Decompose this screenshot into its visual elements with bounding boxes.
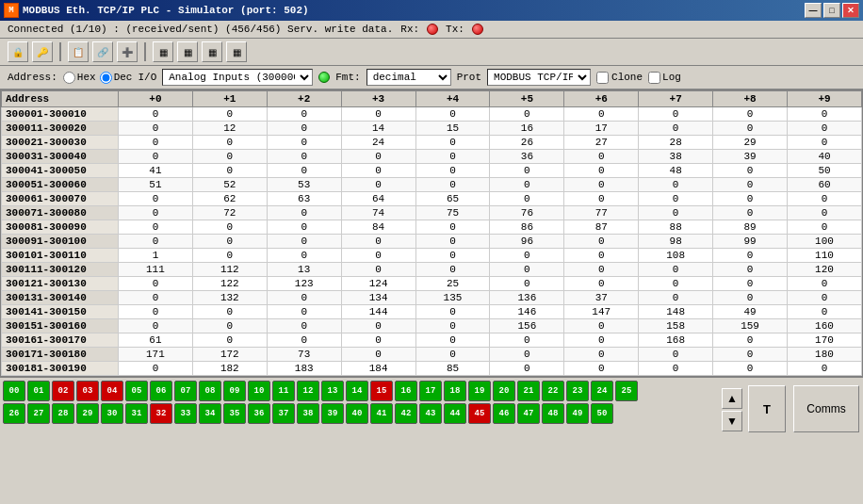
value-cell[interactable]: 0 xyxy=(639,107,713,122)
minimize-button[interactable]: — xyxy=(805,3,822,18)
grid-cell[interactable]: 23 xyxy=(566,381,589,401)
value-cell[interactable]: 17 xyxy=(564,122,639,136)
grid-cell[interactable]: 36 xyxy=(248,403,270,424)
value-cell[interactable]: 64 xyxy=(341,192,415,206)
value-cell[interactable]: 0 xyxy=(490,249,564,263)
value-cell[interactable]: 0 xyxy=(639,348,713,362)
value-cell[interactable]: 41 xyxy=(118,164,192,178)
value-cell[interactable]: 134 xyxy=(341,291,415,305)
grid-cell[interactable]: 04 xyxy=(101,381,123,401)
value-cell[interactable]: 0 xyxy=(118,206,192,220)
value-cell[interactable]: 0 xyxy=(415,235,490,249)
value-cell[interactable]: 48 xyxy=(639,164,713,178)
value-cell[interactable]: 0 xyxy=(415,178,490,192)
grid-cell[interactable]: 50 xyxy=(591,403,613,424)
value-cell[interactable]: 25 xyxy=(415,277,490,291)
grid-cell[interactable]: 06 xyxy=(150,381,172,401)
value-cell[interactable]: 0 xyxy=(415,164,490,178)
value-cell[interactable]: 74 xyxy=(341,206,415,220)
value-cell[interactable]: 52 xyxy=(192,178,267,192)
value-cell[interactable]: 0 xyxy=(192,235,267,249)
value-cell[interactable]: 168 xyxy=(639,333,713,348)
value-cell[interactable]: 51 xyxy=(118,178,192,192)
value-cell[interactable]: 0 xyxy=(341,164,415,178)
value-cell[interactable]: 0 xyxy=(267,122,341,136)
value-cell[interactable]: 0 xyxy=(118,107,192,122)
value-cell[interactable]: 0 xyxy=(192,305,267,319)
value-cell[interactable]: 73 xyxy=(267,348,341,362)
value-cell[interactable]: 0 xyxy=(192,333,267,348)
value-cell[interactable]: 0 xyxy=(267,291,341,305)
value-cell[interactable]: 0 xyxy=(118,235,192,249)
grid-cell[interactable]: 26 xyxy=(3,403,25,424)
value-cell[interactable]: 0 xyxy=(564,150,639,164)
value-cell[interactable]: 0 xyxy=(713,249,788,263)
value-cell[interactable]: 0 xyxy=(564,319,639,333)
value-cell[interactable]: 108 xyxy=(639,249,713,263)
value-cell[interactable]: 0 xyxy=(564,348,639,362)
value-cell[interactable]: 84 xyxy=(341,220,415,235)
value-cell[interactable]: 0 xyxy=(788,362,862,376)
value-cell[interactable]: 0 xyxy=(490,192,564,206)
value-cell[interactable]: 60 xyxy=(788,178,862,192)
value-cell[interactable]: 172 xyxy=(192,348,267,362)
value-cell[interactable]: 0 xyxy=(118,277,192,291)
value-cell[interactable]: 0 xyxy=(267,136,341,150)
value-cell[interactable]: 86 xyxy=(490,220,564,235)
grid-cell[interactable]: 21 xyxy=(517,381,540,401)
value-cell[interactable]: 27 xyxy=(564,136,639,150)
value-cell[interactable]: 112 xyxy=(192,263,267,277)
value-cell[interactable]: 144 xyxy=(341,305,415,319)
value-cell[interactable]: 0 xyxy=(788,136,862,150)
grid-cell[interactable]: 17 xyxy=(419,381,442,401)
value-cell[interactable]: 0 xyxy=(267,235,341,249)
value-cell[interactable]: 0 xyxy=(118,192,192,206)
value-cell[interactable]: 0 xyxy=(267,206,341,220)
value-cell[interactable]: 0 xyxy=(415,220,490,235)
value-cell[interactable]: 0 xyxy=(564,277,639,291)
register-type-dropdown[interactable]: Analog Inputs (300000) xyxy=(162,69,313,86)
value-cell[interactable]: 183 xyxy=(267,362,341,376)
value-cell[interactable]: 123 xyxy=(267,277,341,291)
value-cell[interactable]: 0 xyxy=(341,178,415,192)
grid-cell[interactable]: 32 xyxy=(150,403,172,424)
value-cell[interactable]: 12 xyxy=(192,122,267,136)
value-cell[interactable]: 0 xyxy=(415,319,490,333)
value-cell[interactable]: 0 xyxy=(639,291,713,305)
value-cell[interactable]: 61 xyxy=(118,333,192,348)
value-cell[interactable]: 0 xyxy=(564,362,639,376)
value-cell[interactable]: 124 xyxy=(341,277,415,291)
value-cell[interactable]: 0 xyxy=(192,220,267,235)
value-cell[interactable]: 120 xyxy=(788,263,862,277)
value-cell[interactable]: 0 xyxy=(192,319,267,333)
value-cell[interactable]: 0 xyxy=(713,178,788,192)
value-cell[interactable]: 0 xyxy=(341,319,415,333)
grid-cell[interactable]: 07 xyxy=(174,381,197,401)
maximize-button[interactable]: □ xyxy=(823,3,840,18)
comms-button[interactable]: Comms xyxy=(793,385,859,432)
value-cell[interactable]: 0 xyxy=(118,305,192,319)
value-cell[interactable]: 72 xyxy=(192,206,267,220)
value-cell[interactable]: 85 xyxy=(415,362,490,376)
value-cell[interactable]: 184 xyxy=(341,362,415,376)
value-cell[interactable]: 0 xyxy=(564,249,639,263)
value-cell[interactable]: 75 xyxy=(415,206,490,220)
grid-cell[interactable]: 28 xyxy=(52,403,74,424)
clone-checkbox[interactable] xyxy=(596,72,609,84)
value-cell[interactable]: 0 xyxy=(192,249,267,263)
value-cell[interactable]: 0 xyxy=(564,333,639,348)
grid-cell[interactable]: 10 xyxy=(248,381,270,401)
value-cell[interactable]: 16 xyxy=(490,122,564,136)
value-cell[interactable]: 0 xyxy=(788,305,862,319)
grid-cell[interactable]: 05 xyxy=(125,381,148,401)
grid-cell[interactable]: 42 xyxy=(395,403,417,424)
grid-cell[interactable]: 08 xyxy=(199,381,221,401)
value-cell[interactable]: 0 xyxy=(713,348,788,362)
value-cell[interactable]: 0 xyxy=(788,107,862,122)
grid-cell[interactable]: 38 xyxy=(297,403,319,424)
value-cell[interactable]: 0 xyxy=(415,249,490,263)
value-cell[interactable]: 147 xyxy=(564,305,639,319)
grid-cell[interactable]: 46 xyxy=(493,403,515,424)
value-cell[interactable]: 0 xyxy=(788,206,862,220)
value-cell[interactable]: 49 xyxy=(713,305,788,319)
